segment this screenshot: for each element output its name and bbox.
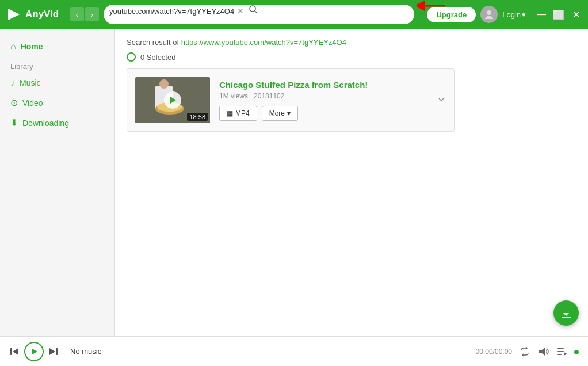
main-layout: ⌂ Home Library ♪ Music ⊙ Video ⬇ Downloa… [0, 29, 588, 336]
video-views: 1M views [219, 92, 248, 100]
svg-rect-1 [8, 9, 10, 20]
titlebar: AnyVid ‹ › youtube.com/watch?v=7tgYYEYz4… [0, 0, 588, 29]
progress-indicator [574, 350, 579, 354]
selected-label: 0 Selected [140, 53, 175, 62]
app-logo-icon [6, 6, 22, 22]
svg-marker-15 [49, 348, 55, 355]
more-button[interactable]: More ▾ [262, 106, 298, 121]
url-search-icon[interactable] [249, 6, 258, 16]
video-duration-badge: 18:58 [187, 113, 208, 121]
mp4-button[interactable]: ▦ MP4 [219, 106, 257, 121]
svg-marker-20 [564, 352, 567, 356]
volume-button[interactable] [537, 346, 549, 357]
search-result-header: Search result of https://www.youtube.com… [127, 38, 576, 47]
svg-rect-17 [557, 348, 564, 349]
svg-rect-14 [56, 348, 58, 355]
download-fab-button[interactable] [553, 300, 579, 326]
sidebar-item-downloading[interactable]: ⬇ Downloading [0, 113, 114, 133]
selected-row: 0 Selected [127, 52, 576, 62]
close-window-button[interactable]: ✕ [570, 8, 582, 21]
sidebar: ⌂ Home Library ♪ Music ⊙ Video ⬇ Downloa… [0, 29, 115, 336]
login-button[interactable]: Login ▾ [502, 10, 526, 19]
nav-buttons: ‹ › [70, 7, 99, 21]
url-bar: youtube.com/watch?v=7tgYYEYz4O4 ✕ [104, 5, 414, 24]
url-clear-icon[interactable]: ✕ [237, 6, 244, 16]
svg-point-2 [250, 6, 255, 12]
play-button-overlay[interactable] [164, 92, 181, 109]
video-actions: ▦ MP4 More ▾ [219, 106, 427, 121]
content-area: Search result of https://www.youtube.com… [115, 29, 588, 336]
video-title[interactable]: Chicago Stuffed Pizza from Scratch! [219, 80, 427, 90]
svg-rect-19 [557, 354, 562, 355]
expand-icon[interactable] [437, 95, 446, 106]
forward-button[interactable]: › [85, 7, 99, 21]
chevron-down-icon: ▾ [287, 109, 291, 117]
time-display: 00:00/00:00 [476, 348, 512, 356]
playlist-button[interactable] [556, 346, 567, 357]
play-icon [32, 349, 37, 354]
play-pause-button[interactable] [24, 342, 44, 361]
app-title: AnyVid [25, 9, 59, 20]
player-right-controls [519, 346, 567, 357]
svg-line-3 [255, 11, 257, 13]
search-result-url[interactable]: https://www.youtube.com/watch?v=7tgYYEYz… [181, 38, 346, 47]
svg-point-6 [487, 10, 491, 15]
video-label: Video [22, 98, 43, 108]
select-circle-icon[interactable] [127, 52, 136, 62]
logo-area: AnyVid [6, 6, 63, 22]
sidebar-item-video[interactable]: ⊙ Video [0, 93, 114, 113]
sidebar-item-home[interactable]: ⌂ Home [0, 37, 114, 56]
video-info: Chicago Stuffed Pizza from Scratch! 1M v… [219, 80, 427, 121]
svg-point-9 [159, 79, 169, 89]
repeat-button[interactable] [519, 346, 530, 357]
skip-back-button[interactable] [9, 346, 20, 357]
video-card: 18:58 Chicago Stuffed Pizza from Scratch… [127, 68, 455, 132]
red-arrow-indicator [417, 0, 446, 12]
no-music-text: No music [70, 347, 469, 356]
library-section-label: Library [0, 56, 114, 73]
downloading-label: Downloading [22, 119, 69, 128]
video-date: 20181102 [254, 92, 284, 100]
player-bar: No music 00:00/00:00 [0, 336, 588, 366]
video-thumbnail[interactable]: 18:58 [135, 77, 210, 123]
video-meta: 1M views 20181102 [219, 92, 427, 100]
music-label: Music [20, 78, 41, 87]
mp4-icon: ▦ [227, 109, 233, 117]
music-icon: ♪ [10, 78, 15, 88]
svg-marker-13 [13, 348, 18, 355]
download-icon: ⬇ [10, 117, 18, 128]
maximize-button[interactable]: ⬜ [552, 8, 565, 21]
minimize-button[interactable]: — [535, 8, 548, 21]
svg-rect-12 [10, 348, 12, 355]
window-controls: — ⬜ ✕ [535, 8, 582, 21]
user-avatar[interactable] [480, 6, 498, 23]
back-button[interactable]: ‹ [70, 7, 84, 21]
skip-forward-button[interactable] [48, 346, 59, 357]
play-triangle-icon [170, 97, 176, 104]
video-icon: ⊙ [10, 97, 18, 108]
svg-rect-18 [557, 351, 564, 352]
player-controls [9, 342, 59, 361]
home-label: Home [21, 42, 43, 51]
sidebar-item-music[interactable]: ♪ Music [0, 73, 114, 93]
url-text: youtube.com/watch?v=7tgYYEYz4O4 [109, 7, 234, 16]
svg-marker-16 [539, 348, 545, 356]
home-icon: ⌂ [10, 41, 16, 52]
